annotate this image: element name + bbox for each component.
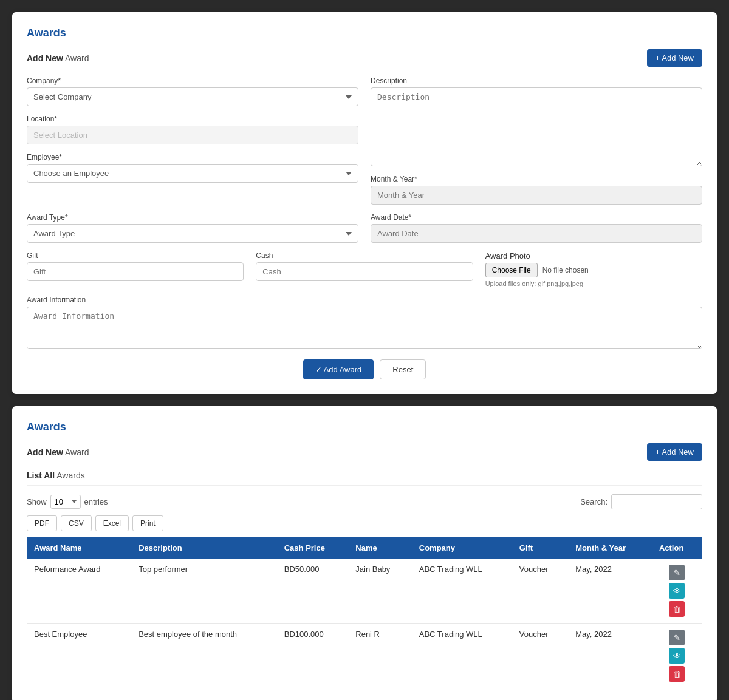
month-year-label: Month & Year*: [371, 175, 702, 183]
cell-gift: Voucher: [512, 559, 568, 624]
table-controls-top: Show 10 25 50 100 entries Search:: [27, 494, 702, 509]
cell-description: Top performer: [131, 559, 277, 624]
view-button[interactable]: 👁: [669, 648, 685, 664]
list-section-header: Add New Award + Add New: [27, 443, 702, 461]
cash-input[interactable]: [256, 262, 473, 281]
table-row: Best Employee Best employee of the month…: [27, 624, 702, 688]
edit-button[interactable]: ✎: [669, 630, 685, 645]
award-type-group: Award Type* Award Type: [27, 213, 358, 243]
company-label: Company*: [27, 76, 358, 85]
cell-month-year: May, 2022: [568, 624, 652, 688]
add-new-button-form[interactable]: + Add New: [647, 49, 702, 67]
excel-button[interactable]: Excel: [95, 515, 129, 531]
location-label: Location*: [27, 115, 358, 123]
gift-input[interactable]: [27, 262, 244, 281]
gift-group: Gift: [27, 251, 244, 287]
award-date-label: Award Date*: [371, 213, 702, 222]
view-button[interactable]: 👁: [669, 583, 685, 599]
list-section-label: Add New Award: [27, 447, 89, 457]
form-row-gift-cash-photo: Gift Cash Award Photo Choose File No fil…: [27, 251, 702, 287]
awards-list-panel: Awards Add New Award + Add New List All …: [12, 406, 717, 700]
col-action: Action: [652, 537, 702, 559]
cash-group: Cash: [256, 251, 473, 287]
file-upload-row: Choose File No file chosen: [485, 263, 702, 277]
action-buttons: ✎ 👁 🗑: [659, 565, 695, 617]
award-info-textarea[interactable]: [27, 307, 702, 349]
month-year-input[interactable]: [371, 186, 702, 205]
cell-company: ABC Trading WLL: [412, 624, 512, 688]
awards-form-panel: Awards Add New Award + Add New Company* …: [12, 12, 717, 394]
cell-name: Jain Baby: [348, 559, 412, 624]
print-button[interactable]: Print: [132, 515, 163, 531]
employee-group: Employee* Choose an Employee: [27, 153, 358, 183]
col-month-year: Month & Year: [568, 537, 652, 559]
location-select[interactable]: Select Location: [27, 126, 358, 144]
panel1-title: Awards: [27, 27, 702, 39]
table-body: Peformance Award Top performer BD50.000 …: [27, 559, 702, 688]
edit-button[interactable]: ✎: [669, 565, 685, 580]
company-group: Company* Select Company: [27, 76, 358, 106]
form-row-type-date: Award Type* Award Type Award Date*: [27, 213, 702, 243]
description-group: Description: [371, 76, 702, 166]
form-row-company-desc: Company* Select Company Location* Select…: [27, 76, 702, 205]
month-year-group: Month & Year*: [371, 175, 702, 205]
form-section-label: Add New Award: [27, 53, 89, 63]
entries-label: entries: [84, 497, 108, 506]
action-buttons: ✎ 👁 🗑: [659, 630, 695, 682]
add-new-button-list[interactable]: + Add New: [647, 443, 702, 461]
cell-cash-price: BD100.000: [277, 624, 349, 688]
cell-award-name: Peformance Award: [27, 559, 131, 624]
company-select[interactable]: Select Company: [27, 87, 358, 106]
award-photo-group: Award Photo Choose File No file chosen U…: [485, 251, 702, 287]
cell-action: ✎ 👁 🗑: [652, 624, 702, 688]
reset-button[interactable]: Reset: [380, 359, 426, 379]
location-group: Location* Select Location: [27, 115, 358, 144]
cell-cash-price: BD50.000: [277, 559, 349, 624]
show-entries-control: Show 10 25 50 100 entries: [27, 495, 108, 509]
award-type-label: Award Type*: [27, 213, 358, 222]
add-award-button[interactable]: ✓ Add Award: [303, 359, 374, 379]
search-box: Search:: [580, 494, 702, 509]
col-company: Company: [412, 537, 512, 559]
col-gift: Gift: [512, 537, 568, 559]
table-header-row: Award Name Description Cash Price Name C…: [27, 537, 702, 559]
cell-description: Best employee of the month: [131, 624, 277, 688]
form-right-col: Description Month & Year*: [371, 76, 702, 205]
cell-award-name: Best Employee: [27, 624, 131, 688]
upload-hint: Upload files only: gif,png,jpg,jpeg: [485, 280, 702, 287]
cell-name: Reni R: [348, 624, 412, 688]
award-info-label: Award Information: [27, 296, 702, 304]
employee-select[interactable]: Choose an Employee: [27, 164, 358, 183]
gift-label: Gift: [27, 251, 244, 260]
list-title: List All Awards: [27, 471, 702, 486]
col-cash-price: Cash Price: [277, 537, 349, 559]
col-award-name: Award Name: [27, 537, 131, 559]
table-head: Award Name Description Cash Price Name C…: [27, 537, 702, 559]
cell-month-year: May, 2022: [568, 559, 652, 624]
cash-label: Cash: [256, 251, 473, 260]
choose-file-button[interactable]: Choose File: [485, 263, 538, 277]
search-label: Search:: [580, 497, 608, 506]
pdf-button[interactable]: PDF: [27, 515, 57, 531]
table-row: Peformance Award Top performer BD50.000 …: [27, 559, 702, 624]
cell-gift: Voucher: [512, 624, 568, 688]
award-photo-label: Award Photo: [485, 251, 702, 260]
cell-action: ✎ 👁 🗑: [652, 559, 702, 624]
employee-label: Employee*: [27, 153, 358, 161]
award-type-select[interactable]: Award Type: [27, 224, 358, 243]
search-input[interactable]: [611, 494, 702, 509]
cell-company: ABC Trading WLL: [412, 559, 512, 624]
awards-table: Award Name Description Cash Price Name C…: [27, 537, 702, 688]
delete-button[interactable]: 🗑: [669, 601, 685, 617]
delete-button[interactable]: 🗑: [669, 666, 685, 682]
award-info-group: Award Information: [27, 296, 702, 351]
award-date-input[interactable]: [371, 224, 702, 243]
export-buttons-row: PDF CSV Excel Print: [27, 515, 702, 531]
csv-button[interactable]: CSV: [61, 515, 92, 531]
form-actions: ✓ Add Award Reset: [27, 359, 702, 379]
form-left-col: Company* Select Company Location* Select…: [27, 76, 358, 205]
entries-select[interactable]: 10 25 50 100: [50, 495, 81, 509]
list-section: List All Awards Show 10 25 50 100 entrie…: [27, 471, 702, 688]
description-textarea[interactable]: [371, 87, 702, 166]
award-date-group: Award Date*: [371, 213, 702, 243]
